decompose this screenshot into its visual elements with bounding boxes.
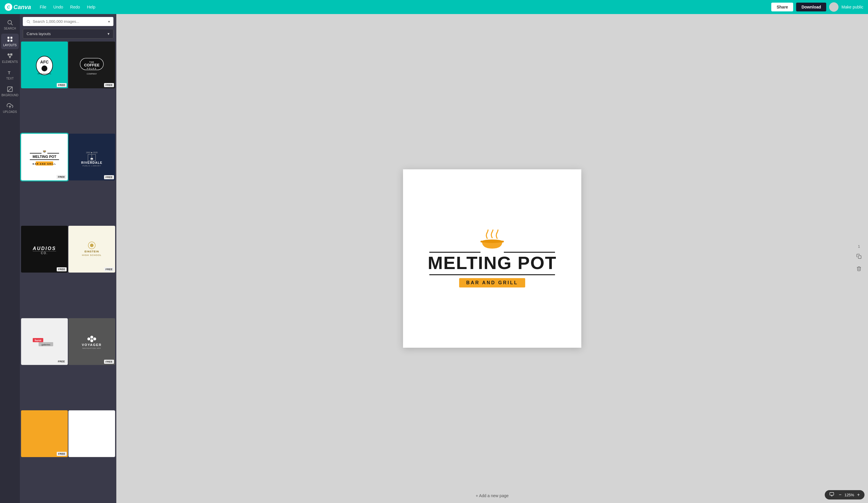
page-number: 1	[858, 244, 860, 249]
topbar: C Canva File Undo Redo Help Share Downlo…	[0, 0, 868, 14]
template-card-afc[interactable]: AFC AGUILA FUTBOL FREE	[21, 41, 68, 88]
sidebar-item-search[interactable]: SEARCH	[1, 17, 19, 32]
svg-rect-54	[480, 241, 504, 242]
layouts-icon	[7, 36, 13, 42]
svg-point-0	[8, 20, 12, 24]
layouts-dropdown[interactable]: Canva layouts ▾	[23, 29, 113, 39]
present-icon-button[interactable]	[828, 491, 836, 498]
template-card-riverdale[interactable]: 1902 ◆ 2020 📖 RIVERDALE PUBLIC LIBRARY F…	[69, 134, 115, 180]
topbar-right: Share Download Make public	[771, 2, 863, 12]
avatar[interactable]	[829, 2, 838, 12]
einstein-logo: EINSTEIN HIGH SCHOOL	[79, 239, 105, 259]
svg-line-14	[29, 22, 30, 23]
svg-text:📖: 📖	[90, 157, 93, 160]
svg-line-1	[11, 24, 12, 25]
sidebar-item-elements[interactable]: ELEMENTS	[1, 50, 19, 66]
top-menu: File Undo Redo Help	[37, 3, 765, 11]
svg-text:AUDIOS: AUDIOS	[32, 246, 56, 251]
free-badge: FREE	[57, 267, 66, 271]
template-card-white[interactable]	[69, 410, 115, 457]
help-menu[interactable]: Help	[84, 3, 99, 11]
sidebar-item-layouts[interactable]: LAYOUTS	[1, 34, 19, 49]
template-card-audios[interactable]: AUDIOS CO. FREE	[21, 226, 68, 273]
panel: ▾ Canva layouts ▾ AFC AGUILA FUTBOL FREE	[20, 14, 116, 503]
template-card-orange[interactable]: FREE	[21, 410, 68, 457]
search-box: ▾	[23, 17, 113, 26]
svg-text:NAVIGATION APP: NAVIGATION APP	[82, 348, 101, 349]
riverdale-logo: 1902 ◆ 2020 📖 RIVERDALE PUBLIC LIBRARY	[79, 147, 105, 167]
svg-text:CO.: CO.	[41, 252, 48, 255]
download-button[interactable]: Download	[796, 3, 826, 11]
sidebar-item-text[interactable]: T TEXT	[1, 67, 19, 82]
canvas-area: MELTING POT BAR AND GRILL 1	[116, 14, 868, 503]
svg-text:🍲: 🍲	[43, 149, 46, 153]
afc-logo: AFC AGUILA FUTBOL	[34, 53, 55, 77]
audios-logo: AUDIOS CO.	[30, 242, 59, 256]
template-card-melting-pot[interactable]: 🍲 MELTING POT BAR AND GRILL FREE	[21, 134, 68, 180]
svg-point-40	[90, 244, 94, 247]
free-badge: FREE	[57, 83, 66, 87]
delete-page-button[interactable]	[855, 264, 863, 273]
zoom-level: 125%	[844, 493, 854, 497]
svg-point-47	[90, 336, 93, 339]
free-badge: FREE	[104, 83, 114, 87]
free-badge: FREE	[57, 452, 66, 456]
svg-text:T: T	[8, 70, 11, 75]
svg-marker-8	[9, 56, 11, 59]
copy-page-button[interactable]	[855, 252, 863, 261]
present-icon	[829, 492, 834, 496]
file-menu[interactable]: File	[37, 3, 49, 11]
background-icon	[7, 86, 13, 92]
svg-rect-4	[8, 40, 9, 41]
panel-search-area: ▾	[20, 14, 116, 29]
canvas-subtitle: BAR AND GRILL	[459, 278, 525, 288]
svg-text:RIVERDALE: RIVERDALE	[81, 161, 103, 164]
svg-point-49	[93, 338, 96, 340]
template-grid: AFC AGUILA FUTBOL FREE THE COFFEE FOLKS	[20, 41, 116, 503]
redo-menu[interactable]: Redo	[67, 3, 83, 11]
svg-point-6	[8, 53, 10, 56]
free-badge: FREE	[104, 175, 114, 179]
sidebar-item-uploads[interactable]: UPLOADS	[1, 100, 19, 116]
svg-text:VOYAGER: VOYAGER	[82, 343, 102, 346]
template-card-coffee-folks[interactable]: THE COFFEE FOLKS COMPANY FREE	[69, 41, 115, 88]
zoom-out-button[interactable]: −	[837, 492, 843, 498]
svg-text:HIGH SCHOOL: HIGH SCHOOL	[82, 254, 101, 256]
canvas[interactable]: MELTING POT BAR AND GRILL	[403, 169, 581, 348]
svg-text:PUBLIC LIBRARY: PUBLIC LIBRARY	[83, 165, 101, 167]
svg-rect-55	[858, 255, 861, 259]
share-button[interactable]: Share	[771, 3, 793, 11]
free-badge: FREE	[56, 360, 66, 363]
svg-text:EINSTEIN: EINSTEIN	[84, 250, 99, 253]
template-card-voyager[interactable]: VOYAGER NAVIGATION APP FREE	[69, 318, 115, 365]
search-chevron[interactable]: ▾	[108, 20, 110, 24]
svg-rect-2	[8, 37, 9, 39]
make-public-button[interactable]: Make public	[841, 5, 863, 9]
svg-text:galleries: galleries	[41, 343, 50, 346]
template-card-hurst[interactable]: hurst galleries FREE	[21, 318, 68, 365]
svg-text:MELTING POT: MELTING POT	[32, 155, 56, 159]
svg-rect-7	[10, 53, 12, 56]
hurst-logo: hurst galleries	[30, 333, 59, 350]
svg-point-50	[90, 339, 93, 342]
zoom-controls: − 125% +	[825, 490, 865, 500]
copy-icon	[856, 254, 861, 259]
sidebar-item-background[interactable]: BKGROUND	[1, 84, 19, 99]
template-card-einstein[interactable]: EINSTEIN HIGH SCHOOL FREE	[69, 226, 115, 273]
search-box-icon	[26, 20, 30, 24]
search-input[interactable]	[33, 19, 106, 24]
svg-rect-3	[11, 37, 12, 39]
dropdown-chevron-icon: ▾	[107, 32, 110, 36]
svg-text:hurst: hurst	[35, 339, 41, 342]
canvas-title: MELTING POT	[427, 254, 557, 272]
add-page-button[interactable]: + Add a new page	[476, 493, 509, 498]
main-area: SEARCH LAYOUTS ELEMENTS T TEXT BKGRO	[0, 14, 868, 503]
add-page-area: + Add a new page	[476, 493, 509, 498]
svg-rect-56	[830, 492, 834, 495]
undo-menu[interactable]: Undo	[51, 3, 66, 11]
voyager-logo: VOYAGER NAVIGATION APP	[80, 331, 103, 352]
svg-text:COFFEE: COFFEE	[84, 63, 100, 67]
free-badge: FREE	[104, 360, 114, 364]
canvas-content: MELTING POT BAR AND GRILL	[403, 230, 581, 288]
zoom-in-button[interactable]: +	[856, 492, 861, 498]
